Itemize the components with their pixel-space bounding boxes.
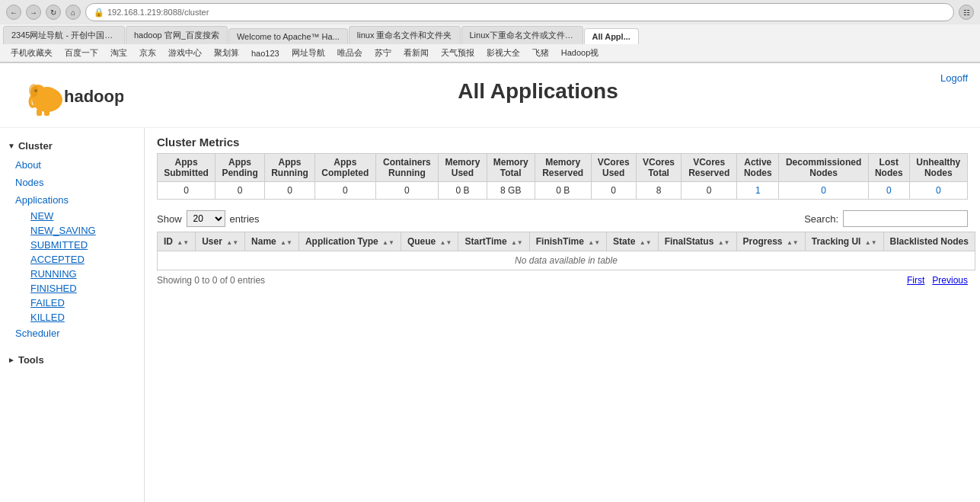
bookmark-7[interactable]: hao123	[247, 47, 284, 59]
col-user[interactable]: User ▲▼	[196, 232, 245, 251]
applications-table: ID ▲▼ User ▲▼ Name ▲▼ Application Type	[157, 232, 975, 270]
tab-4[interactable]: linux 重命名文件和文件夹	[349, 26, 461, 44]
active-nodes-link[interactable]: 1	[755, 185, 761, 196]
sort-progress-icon: ▲▼	[787, 240, 799, 246]
sidebar-state-failed[interactable]: FAILED	[8, 296, 144, 310]
metric-val-12[interactable]: 0	[779, 182, 869, 200]
metrics-title: Cluster Metrics	[157, 136, 968, 149]
col-final-status[interactable]: FinalStatus ▲▼	[658, 232, 736, 251]
sort-finalstatus-icon: ▲▼	[718, 240, 730, 246]
lost-nodes-link[interactable]: 0	[886, 185, 892, 196]
bookmark-3[interactable]: 淘宝	[106, 46, 132, 60]
bookmark-11[interactable]: 看新闻	[399, 46, 433, 60]
decomm-nodes-link[interactable]: 0	[821, 185, 826, 196]
sidebar-state-submitted[interactable]: SUBMITTED	[8, 238, 144, 252]
bookmark-13[interactable]: 影视大全	[482, 46, 525, 60]
col-finish-time[interactable]: FinishTime ▲▼	[529, 232, 606, 251]
search-input[interactable]	[843, 210, 968, 227]
metric-header-10: VCores Reserved	[682, 154, 737, 182]
sidebar-cluster[interactable]: ▼ Cluster	[0, 136, 144, 156]
page-title: All Applications	[136, 79, 940, 104]
pagination: First Previous	[907, 275, 968, 286]
metric-val-11[interactable]: 1	[737, 182, 779, 200]
tab-1[interactable]: 2345网址导航 - 开创中国互...	[3, 26, 125, 44]
metric-header-3: Apps Completed	[315, 154, 375, 182]
entries-select[interactable]: 20 50 100	[187, 210, 225, 227]
bookmark-14[interactable]: 飞猪	[528, 46, 554, 60]
home-button[interactable]: ⌂	[65, 5, 81, 20]
metric-header-7: Memory Reserved	[535, 154, 591, 182]
tab-5[interactable]: Linux下重命名文件或文件夹...	[461, 26, 583, 44]
bookmark-2[interactable]: 百度一下	[60, 46, 103, 60]
bookmark-15[interactable]: Hadoop视	[557, 46, 604, 60]
tab-6-active[interactable]: All Appl...	[584, 28, 639, 44]
metric-val-5: 0 B	[439, 182, 487, 200]
bookmark-5[interactable]: 游戏中心	[164, 46, 206, 60]
back-button[interactable]: ←	[6, 5, 21, 20]
sidebar-about[interactable]: About	[0, 156, 144, 174]
col-app-type[interactable]: Application Type ▲▼	[298, 232, 401, 251]
metric-val-1: 0	[215, 182, 265, 200]
sidebar-state-new-saving[interactable]: NEW_SAVING	[8, 223, 144, 238]
sidebar-app-states: NEW NEW_SAVING SUBMITTED ACCEPTED RUNNIN…	[0, 209, 144, 325]
svg-point-4	[29, 84, 38, 98]
prev-page-link[interactable]: Previous	[932, 275, 968, 286]
col-queue[interactable]: Queue ▲▼	[401, 232, 458, 251]
col-tracking-ui[interactable]: Tracking UI ▲▼	[805, 232, 883, 251]
svg-rect-5	[37, 109, 42, 116]
bookmark-9[interactable]: 唯品会	[333, 46, 367, 60]
sidebar-nodes[interactable]: Nodes	[0, 174, 144, 191]
metric-val-14[interactable]: 0	[909, 182, 967, 200]
sidebar-scheduler[interactable]: Scheduler	[0, 325, 144, 342]
sort-finishtime-icon: ▲▼	[588, 240, 600, 246]
sidebar-state-finished[interactable]: FINISHED	[8, 281, 144, 296]
metrics-table: Apps Submitted Apps Pending Apps Running…	[157, 153, 968, 200]
bookmark-4[interactable]: 京东	[135, 46, 161, 60]
col-progress[interactable]: Progress ▲▼	[736, 232, 805, 251]
extensions-button[interactable]: ☷	[959, 5, 974, 20]
sidebar-state-new[interactable]: NEW	[8, 209, 144, 223]
bookmark-6[interactable]: 聚划算	[209, 46, 244, 60]
metric-header-8: VCores Used	[591, 154, 636, 182]
forward-button[interactable]: →	[26, 5, 41, 20]
metric-val-0: 0	[158, 182, 215, 200]
col-id[interactable]: ID ▲▼	[158, 232, 196, 251]
metric-val-8: 0	[591, 182, 636, 200]
tools-label: Tools	[18, 354, 44, 366]
col-blacklisted: Blacklisted Nodes	[883, 232, 975, 251]
metric-val-3: 0	[315, 182, 375, 200]
metric-header-1: Apps Pending	[215, 154, 265, 182]
search-bar: Search:	[804, 210, 968, 227]
bookmark-8[interactable]: 网址导航	[287, 46, 330, 60]
tab-2[interactable]: hadoop 官网_百度搜索	[126, 26, 228, 44]
bookmark-10[interactable]: 苏宁	[370, 46, 396, 60]
col-state[interactable]: State ▲▼	[607, 232, 659, 251]
bookmark-1[interactable]: 手机收藏夹	[6, 46, 57, 60]
sort-queue-icon: ▲▼	[440, 240, 452, 246]
browser-toolbar: ← → ↻ ⌂ 🔒 192.168.1.219:8088/cluster ☷	[0, 0, 980, 24]
refresh-button[interactable]: ↻	[46, 5, 61, 20]
metric-header-0: Apps Submitted	[158, 154, 215, 182]
metric-header-4: Containers Running	[375, 154, 439, 182]
tab-3[interactable]: Welcome to Apache™ Ha...	[228, 28, 348, 44]
unhealthy-nodes-link[interactable]: 0	[936, 185, 941, 196]
sidebar-tools[interactable]: ► Tools	[0, 350, 144, 370]
first-page-link[interactable]: First	[907, 275, 924, 286]
logo-svg: hadoop	[24, 75, 123, 117]
metric-val-13[interactable]: 0	[868, 182, 909, 200]
col-name[interactable]: Name ▲▼	[245, 232, 299, 251]
no-data-row: No data available in table	[158, 251, 975, 270]
sidebar-applications[interactable]: Applications	[0, 191, 144, 209]
sidebar-state-accepted[interactable]: ACCEPTED	[8, 252, 144, 267]
logoff-link[interactable]: Logoff	[940, 72, 968, 84]
sort-apptype-icon: ▲▼	[382, 240, 394, 246]
sidebar-state-running[interactable]: RUNNING	[8, 267, 144, 281]
metric-header-12: Decommissioned Nodes	[779, 154, 869, 182]
address-bar[interactable]: 🔒 192.168.1.219:8088/cluster	[85, 3, 954, 21]
bookmark-12[interactable]: 天气预报	[436, 46, 479, 60]
metric-val-4: 0	[375, 182, 439, 200]
col-start-time[interactable]: StartTime ▲▼	[458, 232, 529, 251]
tabs-bar: 2345网址导航 - 开创中国互... hadoop 官网_百度搜索 Welco…	[0, 24, 980, 44]
sort-user-icon: ▲▼	[226, 240, 238, 246]
sidebar-state-killed[interactable]: KILLED	[8, 310, 144, 325]
